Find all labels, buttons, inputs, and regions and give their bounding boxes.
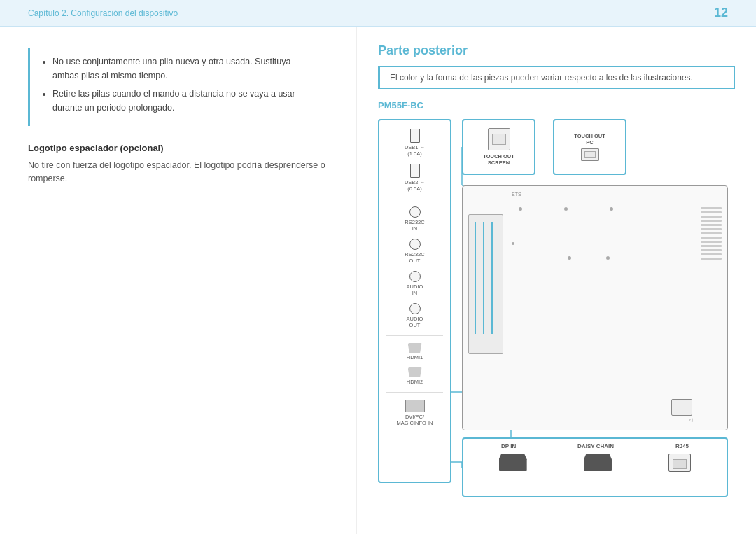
- device-connector-lines-3: [491, 222, 493, 334]
- grille-line-2: [701, 211, 722, 213]
- info-banner: El color y la forma de las piezas pueden…: [378, 66, 735, 89]
- device-connector-lines: [475, 222, 476, 334]
- grille-line-3: [701, 216, 722, 218]
- hdmi1-icon: [408, 343, 422, 353]
- note-box: No use conjuntamente una pila nueva y ot…: [28, 48, 328, 126]
- device-bottom-connector: [671, 399, 692, 416]
- audio-out-icon: [410, 303, 421, 314]
- hdmi1-label: HDMI1: [407, 354, 423, 360]
- port-rs232c-out: RS232COUT: [379, 237, 450, 265]
- main-content: No use conjuntamente una pila nueva y ot…: [0, 27, 756, 534]
- touch-pc-inner-icon: [581, 148, 599, 161]
- grille-line-4: [701, 220, 722, 222]
- mid-dot-1: [568, 256, 571, 260]
- device-left-connectors: [468, 214, 503, 354]
- note-item-1: No use conjuntamente una pila nueva y ot…: [52, 55, 317, 83]
- left-panel: No use conjuntamente una pila nueva y ot…: [0, 27, 357, 534]
- right-panel: Parte posterior El color y la forma de l…: [357, 27, 756, 534]
- usb1-label: USB1 ↔(1.0A): [405, 144, 425, 157]
- touch-out-pc-box: TOUCH OUTPC: [553, 119, 626, 175]
- port-rs232c-in: RS232CIN: [379, 205, 450, 233]
- hdmi2-icon: [408, 367, 422, 377]
- device-dots: [519, 207, 692, 211]
- rs232c-out-label: RS232COUT: [405, 251, 424, 264]
- grille-line-13: [701, 258, 722, 260]
- device-connector-lines-2: [483, 222, 484, 334]
- device-dot-3: [610, 207, 613, 211]
- dvi-icon: [405, 400, 425, 412]
- bottom-connection-box: DP IN DAISY CHAIN RJ45: [462, 437, 728, 497]
- mid-dot-2: [606, 256, 610, 260]
- logotype-title: Logotipo espaciador (opcional): [28, 143, 328, 153]
- daisy-chain-port: [584, 454, 612, 471]
- bottom-box-labels: DP IN DAISY CHAIN RJ45: [463, 439, 727, 451]
- port-usb1: USB1 ↔(1.0A): [379, 127, 450, 158]
- device-dot-small: [512, 242, 514, 245]
- port-audio-out: AUDIOOUT: [379, 302, 450, 330]
- touch-out-screen-label: TOUCH OUTSCREEN: [483, 153, 514, 166]
- touch-out-screen-box: TOUCH OUTSCREEN: [462, 119, 536, 175]
- device-dot-1: [519, 207, 522, 211]
- grille-line-1: [701, 207, 722, 209]
- port-hdmi1: HDMI1: [379, 342, 450, 362]
- usb2-label: USB2 ↔(0.5A): [405, 179, 425, 192]
- port-hdmi2: HDMI2: [379, 366, 450, 386]
- audio-out-label: AUDIOOUT: [407, 316, 424, 328]
- grille-line-7: [701, 232, 722, 234]
- port-audio-in: AUDIOIN: [379, 269, 450, 297]
- grille-line-12: [701, 253, 722, 255]
- grille-line-11: [701, 249, 722, 251]
- grille-line-6: [701, 228, 722, 230]
- hdmi2-label: HDMI2: [407, 379, 423, 385]
- middle-dots: [568, 256, 610, 260]
- device-right-grille: [701, 207, 722, 403]
- etc-label: ETS: [512, 192, 522, 197]
- dvi-label: DVI/PC/MAGICINFO IN: [396, 414, 433, 426]
- touch-screen-inner-icon: [488, 128, 510, 150]
- chapter-title: Capítulo 2. Configuración del dispositiv…: [28, 8, 178, 18]
- touch-screen-display-icon: [492, 134, 506, 145]
- logotype-text: No tire con fuerza del logotipo espaciad…: [28, 159, 328, 185]
- device-speaker-indicator: ◁: [689, 417, 692, 423]
- touch-pc-display-icon: [584, 151, 596, 158]
- rs232c-out-icon: [410, 239, 421, 250]
- audio-in-icon: [410, 271, 421, 282]
- bottom-box-ports: [463, 451, 727, 475]
- grille-line-9: [701, 241, 722, 243]
- section-title: Parte posterior: [378, 43, 735, 58]
- rs232c-in-label: RS232CIN: [405, 219, 424, 232]
- usb1-icon: [410, 129, 420, 143]
- top-bar: Capítulo 2. Configuración del dispositiv…: [0, 0, 756, 27]
- port-panel: USB1 ↔(1.0A) USB2 ↔(0.5A) RS232CIN RS232…: [378, 119, 451, 483]
- dp-in-port: [499, 454, 527, 471]
- touch-out-pc-label: TOUCH OUTPC: [574, 133, 605, 146]
- model-label: PM55F-BC: [378, 100, 735, 111]
- grille-line-8: [701, 237, 722, 239]
- note-item-2: Retire las pilas cuando el mando a dista…: [52, 87, 317, 115]
- rj45-port: [668, 454, 691, 472]
- page-number: 12: [714, 6, 728, 20]
- daisy-chain-label: DAISY CHAIN: [578, 443, 614, 449]
- port-usb2: USB2 ↔(0.5A): [379, 162, 450, 193]
- device-dot-2: [564, 207, 568, 211]
- rj45-label: RJ45: [676, 443, 689, 449]
- port-dvi: DVI/PC/MAGICINFO IN: [379, 398, 450, 428]
- usb2-icon: [410, 164, 420, 178]
- rj45-inner: [673, 459, 687, 469]
- rs232c-in-icon: [410, 206, 421, 218]
- diagram-container: USB1 ↔(1.0A) USB2 ↔(0.5A) RS232CIN RS232…: [378, 119, 728, 511]
- grille-line-10: [701, 245, 722, 247]
- diagram-right: TOUCH OUTSCREEN TOUCH OUTPC ETS: [462, 119, 728, 511]
- dp-in-label: DP IN: [501, 443, 516, 449]
- device-diagram: ETS: [462, 185, 728, 430]
- grille-line-5: [701, 224, 722, 226]
- audio-in-label: AUDIOIN: [407, 283, 424, 296]
